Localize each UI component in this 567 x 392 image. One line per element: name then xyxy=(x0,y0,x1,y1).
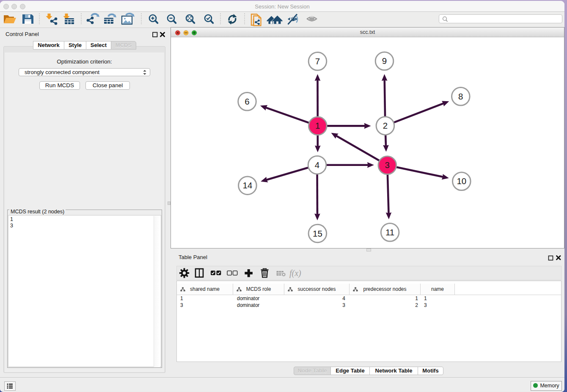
svg-text:3: 3 xyxy=(385,160,390,170)
svg-text:9: 9 xyxy=(382,56,387,66)
svg-text:8: 8 xyxy=(458,91,463,101)
svg-text:7: 7 xyxy=(315,56,320,66)
svg-text:15: 15 xyxy=(313,229,322,238)
svg-text:4: 4 xyxy=(315,160,319,170)
svg-text:2: 2 xyxy=(383,121,388,130)
svg-text:6: 6 xyxy=(245,97,249,106)
svg-text:1: 1 xyxy=(315,121,320,130)
svg-text:14: 14 xyxy=(242,180,252,190)
svg-text:11: 11 xyxy=(385,227,394,237)
svg-text:f(x): f(x) xyxy=(289,268,301,278)
svg-text:10: 10 xyxy=(457,176,466,186)
